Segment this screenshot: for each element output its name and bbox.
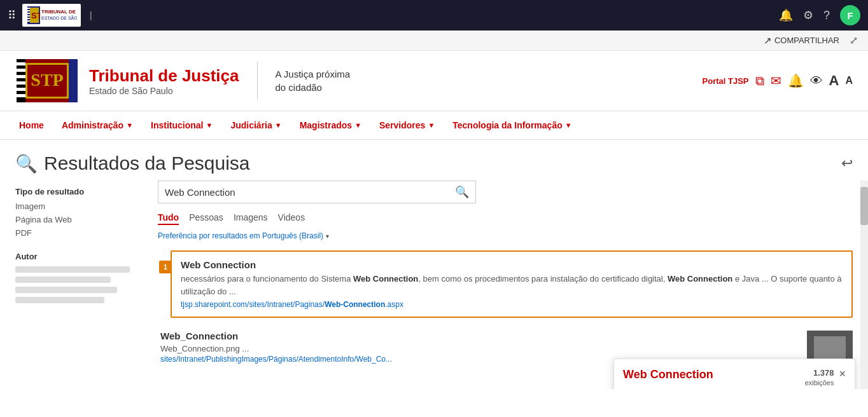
portal-link[interactable]: Portal TJSP [703,76,749,86]
nav-item-ti[interactable]: Tecnologia da Informação ▼ [444,111,580,139]
page-header-left: 🔍 Resultados da Pesquisa [15,153,250,174]
svg-text:ESTADO DE SÃO PAULO: ESTADO DE SÃO PAULO [41,15,77,20]
detail-panel-title: Web Connection [623,368,805,381]
portal-eye-icon[interactable]: 👁 [810,74,823,88]
results-area: 🔍 Tudo Pessoas Imagens Videos Preferênci… [158,181,853,376]
nav-arrow-servidores: ▼ [428,121,435,129]
main-layout: Tipo de resultado Imagem Página da Web P… [0,181,868,389]
svg-rect-27 [25,99,69,102]
top-bar-right: 🔔 ⚙ ? F [779,5,860,25]
scrollbar-track [860,181,868,389]
nav-item-administracao[interactable]: Administração ▼ [53,111,142,139]
portal-logo-svg: STP [17,59,78,102]
waffle-icon[interactable]: ⠿ [8,8,16,22]
nav-label-judiciaria: Judiciária [230,120,272,130]
search-box-row: 🔍 [158,181,853,203]
svg-rect-4 [27,10,30,11]
result-number-1: 1 [159,261,172,273]
share-button[interactable]: ↗ COMPARTILHAR [764,35,839,46]
detail-views-block: 1.378 exibições [805,368,834,386]
sidebar-author-4 [15,297,104,303]
result2-title: Web_Connection [160,331,799,341]
portal-title-block: Tribunal de Justiça Estado de São Paulo [89,66,239,96]
tagline-line2: do cidadão [276,82,322,93]
svg-text:STP: STP [31,70,63,90]
svg-rect-22 [17,94,25,97]
result-snippet-1: necessários para o funcionamento do Sist… [181,273,843,297]
detail-views-label: exibições [805,379,834,386]
svg-rect-21 [17,88,25,91]
tjsp-logo-svg: STP TRIBUNAL DE JUSTIÇA ESTADO DE SÃO PA… [26,5,77,25]
top-bar: ⠿ STP TRIBUNAL DE JUSTIÇA ESTADO DE SÃO … [0,0,868,31]
search-large-icon: 🔍 [15,153,38,174]
sidebar: Tipo de resultado Imagem Página da Web P… [15,181,143,376]
svg-rect-17 [17,62,25,65]
result-item-1[interactable]: 1 Web Connection necessários para o func… [171,250,853,318]
detail-close-button[interactable]: × [839,368,846,379]
sidebar-author-list [15,266,143,303]
result-title-1: Web Connection [181,259,843,270]
portal-header-right: Portal TJSP ⧉ ✉ 🔔 👁 A A [703,72,853,89]
expand-icon[interactable]: ⤢ [850,34,858,46]
nav-item-magistrados[interactable]: Magistrados ▼ [291,111,370,139]
nav-arrow-magistrados: ▼ [354,121,361,129]
filter-tab-tudo[interactable]: Tudo [158,211,179,225]
portal-logo: STP [15,58,79,103]
user-avatar[interactable]: F [840,5,860,25]
page-title: Resultados da Pesquisa [44,153,250,174]
svg-rect-19 [17,75,25,78]
search-button[interactable]: 🔍 [455,185,469,199]
portal-external-icon[interactable]: ⧉ [755,74,764,88]
nav-item-home[interactable]: Home [10,111,53,139]
preference-link[interactable]: Preferência por resultados em Português … [158,231,323,240]
filter-tab-imagens[interactable]: Imagens [234,211,268,225]
nav-label-ti: Tecnologia da Informação [452,120,562,130]
sidebar-type-pdf[interactable]: PDF [15,228,143,238]
result-url-prefix: tjsp.sharepoint.com/sites/Intranet/Pagin… [181,300,325,309]
result-url-1: tjsp.sharepoint.com/sites/Intranet/Pagin… [181,300,843,309]
portal-font-small-icon[interactable]: A [845,75,853,86]
search-input[interactable] [165,187,455,198]
sidebar-type-pagina[interactable]: Página da Web [15,215,143,224]
sidebar-author-1 [15,266,130,273]
preference-row: Preferência por resultados em Português … [158,231,853,240]
filter-tab-videos[interactable]: Videos [278,211,305,225]
svg-rect-29 [814,336,846,360]
filter-tabs: Tudo Pessoas Imagens Videos [158,211,853,225]
share-bar: ↗ COMPARTILHAR ⤢ [0,31,868,51]
nav-item-judiciaria[interactable]: Judiciária ▼ [221,111,290,139]
nav-arrow-administracao: ▼ [126,121,133,129]
nav-arrow-ti: ▼ [565,121,572,129]
help-icon[interactable]: ? [823,9,830,22]
settings-icon[interactable]: ⚙ [803,8,813,22]
notification-icon[interactable]: 🔔 [779,8,793,22]
portal-title: Tribunal de Justiça [89,66,239,86]
nav-item-institucional[interactable]: Institucional ▼ [142,111,221,139]
preference-arrow: ▾ [326,233,329,240]
scrollbar-thumb[interactable] [860,187,868,225]
nav-label-magistrados: Magistrados [300,120,352,130]
share-icon: ↗ [764,35,772,46]
result-url-bold: Web-Connection [325,300,385,309]
sidebar-author-2 [15,277,111,283]
nav-item-servidores[interactable]: Servidores ▼ [370,111,444,139]
svg-rect-3 [27,8,30,9]
svg-rect-18 [17,69,25,72]
sidebar-type-imagem[interactable]: Imagem [15,202,143,211]
back-icon[interactable]: ↩ [841,155,853,172]
page-header: 🔍 Resultados da Pesquisa ↩ [0,140,868,181]
nav-arrow-institucional: ▼ [206,121,213,129]
portal-bell-icon[interactable]: 🔔 [788,73,804,88]
svg-rect-20 [17,81,25,85]
svg-text:TRIBUNAL DE JUSTIÇA: TRIBUNAL DE JUSTIÇA [41,9,77,15]
portal-mail-icon[interactable]: ✉ [771,73,781,88]
top-bar-logo: STP TRIBUNAL DE JUSTIÇA ESTADO DE SÃO PA… [22,4,81,27]
filter-tab-pessoas[interactable]: Pessoas [189,211,223,225]
svg-rect-26 [25,59,69,63]
portal-header-left: STP Tribunal de Justiça Estado de São Pa… [15,58,350,103]
portal-font-large-icon[interactable]: A [829,72,839,89]
share-label: COMPARTILHAR [774,36,839,45]
detail-views-count: 1.378 [813,368,834,378]
portal-header: STP Tribunal de Justiça Estado de São Pa… [0,51,868,111]
nav-label-institucional: Institucional [151,120,203,130]
